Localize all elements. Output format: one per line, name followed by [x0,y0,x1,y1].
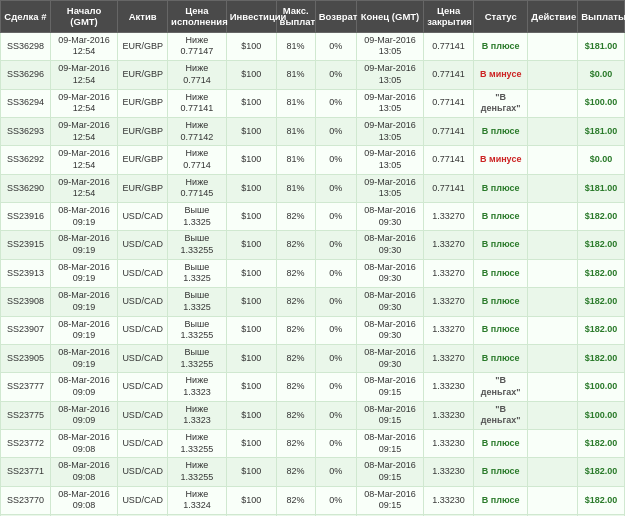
column-header: Выплаты [578,1,625,33]
deal-id-cell: SS23907 [1,316,51,344]
deal-id-cell: SS23913 [1,259,51,287]
close-price-cell: 0.77141 [424,89,474,117]
close-price-cell: 1.33230 [424,486,474,514]
action-cell[interactable] [528,231,578,259]
return-cell: 0% [315,146,356,174]
deal-id-cell: SS36292 [1,146,51,174]
execution-price-cell: Ниже 0.77145 [168,174,227,202]
action-cell[interactable] [528,373,578,401]
column-header: Статус [474,1,528,33]
return-cell: 0% [315,117,356,145]
deal-id-cell: SS23770 [1,486,51,514]
column-header: Цена исполнения [168,1,227,33]
execution-price-cell: Ниже 1.33255 [168,458,227,486]
status-cell: В плюсе [474,259,528,287]
action-cell[interactable] [528,146,578,174]
action-cell[interactable] [528,288,578,316]
return-cell: 0% [315,316,356,344]
execution-price-cell: Выше 1.3325 [168,288,227,316]
payout-cell: $181.00 [578,117,625,145]
payout-cell: $181.00 [578,174,625,202]
table-header-row: Сделка #Начало (GMT)АктивЦена исполнения… [1,1,625,33]
close-price-cell: 0.77141 [424,61,474,89]
execution-price-cell: Ниже 1.3323 [168,373,227,401]
deal-id-cell: SS23777 [1,373,51,401]
action-cell[interactable] [528,61,578,89]
action-cell[interactable] [528,430,578,458]
max-payout-cell: 82% [276,458,315,486]
action-cell[interactable] [528,174,578,202]
return-cell: 0% [315,32,356,60]
end-time-cell: 08-Mar-201609:15 [356,430,423,458]
payout-cell: $0.00 [578,61,625,89]
end-time-cell: 08-Mar-201609:15 [356,401,423,429]
start-time-cell: 08-Mar-201609:09 [50,373,117,401]
investment-cell: $100 [226,288,276,316]
execution-price-cell: Выше 1.33255 [168,316,227,344]
max-payout-cell: 81% [276,146,315,174]
payout-cell: $100.00 [578,373,625,401]
action-cell[interactable] [528,486,578,514]
start-time-cell: 08-Mar-201609:19 [50,231,117,259]
deal-id-cell: SS36298 [1,32,51,60]
table-row: SS2391508-Mar-201609:19USD/CADВыше 1.332… [1,231,625,259]
deal-id-cell: SS23775 [1,401,51,429]
return-cell: 0% [315,174,356,202]
table-row: SS2377208-Mar-201609:08USD/CADНиже 1.332… [1,430,625,458]
status-cell: "В деньгах" [474,373,528,401]
return-cell: 0% [315,344,356,372]
column-header: Сделка # [1,1,51,33]
investment-cell: $100 [226,430,276,458]
asset-cell: USD/CAD [118,486,168,514]
action-cell[interactable] [528,203,578,231]
deal-id-cell: SS23772 [1,430,51,458]
status-cell: В минусе [474,146,528,174]
action-cell[interactable] [528,344,578,372]
max-payout-cell: 82% [276,316,315,344]
action-cell[interactable] [528,458,578,486]
action-cell[interactable] [528,401,578,429]
max-payout-cell: 81% [276,32,315,60]
execution-price-cell: Ниже 0.77141 [168,89,227,117]
payout-cell: $182.00 [578,430,625,458]
execution-price-cell: Выше 1.3325 [168,259,227,287]
investment-cell: $100 [226,373,276,401]
column-header: Цена закрытия [424,1,474,33]
action-cell[interactable] [528,316,578,344]
asset-cell: USD/CAD [118,231,168,259]
action-cell[interactable] [528,259,578,287]
start-time-cell: 08-Mar-201609:19 [50,316,117,344]
execution-price-cell: Ниже 1.3324 [168,486,227,514]
start-time-cell: 08-Mar-201609:19 [50,344,117,372]
end-time-cell: 08-Mar-201609:15 [356,486,423,514]
action-cell[interactable] [528,117,578,145]
column-header: Актив [118,1,168,33]
investment-cell: $100 [226,458,276,486]
investment-cell: $100 [226,401,276,429]
investment-cell: $100 [226,203,276,231]
investment-cell: $100 [226,316,276,344]
asset-cell: USD/CAD [118,203,168,231]
start-time-cell: 09-Mar-201612:54 [50,32,117,60]
asset-cell: USD/CAD [118,401,168,429]
asset-cell: USD/CAD [118,316,168,344]
end-time-cell: 08-Mar-201609:30 [356,316,423,344]
table-row: SS2391608-Mar-201609:19USD/CADВыше 1.332… [1,203,625,231]
asset-cell: USD/CAD [118,344,168,372]
start-time-cell: 08-Mar-201609:19 [50,203,117,231]
end-time-cell: 09-Mar-201613:05 [356,146,423,174]
execution-price-cell: Выше 1.3325 [168,203,227,231]
status-cell: В плюсе [474,344,528,372]
return-cell: 0% [315,458,356,486]
column-header: Возврат [315,1,356,33]
action-cell[interactable] [528,89,578,117]
start-time-cell: 09-Mar-201612:54 [50,174,117,202]
investment-cell: $100 [226,231,276,259]
status-cell: "В деньгах" [474,401,528,429]
status-cell: В плюсе [474,430,528,458]
action-cell[interactable] [528,32,578,60]
return-cell: 0% [315,288,356,316]
status-cell: В плюсе [474,458,528,486]
max-payout-cell: 81% [276,61,315,89]
execution-price-cell: Ниже 0.77142 [168,117,227,145]
